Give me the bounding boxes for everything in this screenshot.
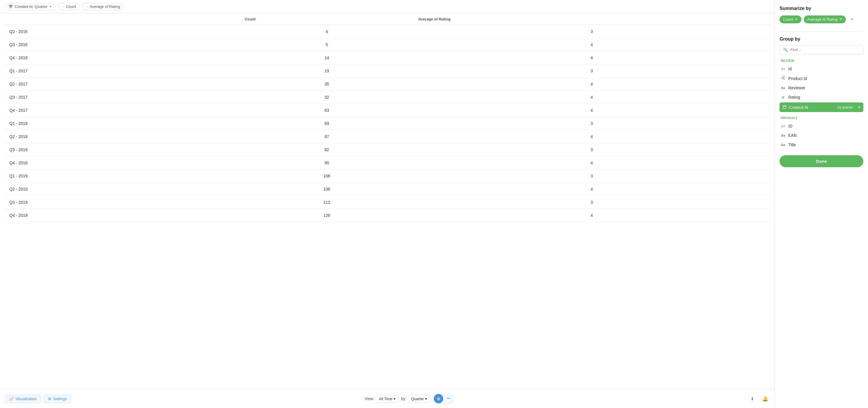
text-icon: Aa — [781, 86, 785, 90]
done-button[interactable]: Done — [779, 155, 863, 167]
table-row: Q2 - 2019 106 4 — [5, 183, 770, 196]
quarter-cell: Q3 - 2018 — [5, 143, 240, 156]
count-cell: 69 — [240, 117, 414, 130]
bottom-bar: 📈 Visualization ⚙ Settings View All Time… — [0, 389, 775, 408]
filter-avg-rating[interactable]: − Average of Rating — [82, 3, 124, 10]
settings-button[interactable]: ⚙ Settings — [43, 395, 71, 403]
avg-rating-pill[interactable]: Average of Rating ✕ — [804, 15, 846, 23]
group-item-ean[interactable]: Aa EAN — [779, 131, 863, 140]
group-item-pid-label: ID — [788, 124, 793, 128]
tab-icons: ⊞ 〜 — [433, 393, 454, 405]
group-item-product-id-label: Product Id — [788, 76, 807, 81]
table-row: Q3 - 2019 112 3 — [5, 196, 770, 209]
table-row: Q3 - 2017 32 4 — [5, 91, 770, 104]
quarter-cell: Q1 - 2017 — [5, 64, 240, 77]
table-icon: ⊞ — [437, 396, 440, 401]
group-item-created-at-active[interactable]: Created At by quarter ✕ — [779, 102, 863, 112]
group-search-input[interactable] — [790, 48, 860, 52]
search-icon: 🔍 — [783, 48, 788, 52]
dropdown-chevron2: ▾ — [425, 397, 427, 401]
dropdown-arrow: ▼ — [49, 5, 52, 8]
group-item-reviewer-label: Reviewer — [788, 86, 805, 90]
count-cell: 126 — [240, 209, 414, 222]
avg-rating-cell: 4 — [413, 77, 770, 91]
count-cell: 19 — [240, 64, 414, 77]
view-dropdown[interactable]: All Time ▾ — [376, 395, 399, 403]
visualization-label: Visualization — [16, 397, 37, 401]
avg-rating-cell: 3 — [413, 117, 770, 130]
view-option: All Time — [379, 397, 393, 401]
by-option: Quarter — [411, 397, 424, 401]
quarter-cell: Q3 - 2016 — [5, 38, 240, 51]
tag-icon-product: 🏷 — [781, 124, 785, 128]
chart-icon: 📈 — [9, 397, 14, 401]
count-cell: 5 — [240, 38, 414, 51]
col-count: Count — [240, 13, 414, 25]
product-category-label: PRODUCT — [779, 116, 863, 120]
by-dropdown[interactable]: Quarter ▾ — [408, 395, 430, 403]
dropdown-chevron: ▾ — [394, 397, 396, 401]
notification-button[interactable]: 🔔 — [761, 394, 770, 403]
line-chart-icon: 〜 — [446, 396, 451, 401]
table-row: Q2 - 2018 87 4 — [5, 130, 770, 143]
main-content: 📅 Created At: Quarter ▼ − Count − Averag… — [0, 0, 775, 408]
minus-icon2: − — [86, 5, 88, 9]
created-at-remove-btn[interactable]: ✕ — [858, 105, 860, 109]
visualization-button[interactable]: 📈 Visualization — [5, 395, 41, 403]
view-label: View — [365, 396, 373, 401]
group-item-product-id[interactable]: Product Id — [779, 73, 863, 83]
group-item-title[interactable]: Aa Title — [779, 140, 863, 150]
avg-rating-cell: 4 — [413, 130, 770, 143]
avg-rating-cell: 3 — [413, 169, 770, 183]
chart-view-btn[interactable]: 〜 — [444, 394, 453, 403]
group-item-id[interactable]: 🏷 Id — [779, 64, 863, 73]
data-table: Count Average of Rating Q2 - 2016 4 3 Q3… — [5, 13, 770, 222]
avg-rating-cell: 4 — [413, 38, 770, 51]
count-cell: 63 — [240, 104, 414, 117]
filter-count[interactable]: − Count — [58, 3, 80, 10]
count-pill-label: Count — [783, 17, 793, 22]
count-pill[interactable]: Count ✕ — [779, 15, 801, 23]
quarter-cell: Q1 - 2019 — [5, 169, 240, 183]
minus-icon: − — [62, 5, 64, 9]
col-avg-rating: Average of Rating — [413, 13, 770, 25]
share-icon — [781, 76, 785, 81]
quarter-cell: Q2 - 2019 — [5, 183, 240, 196]
col-quarter — [5, 13, 240, 25]
table-view-btn[interactable]: ⊞ — [434, 394, 443, 403]
quarter-cell: Q4 - 2016 — [5, 51, 240, 64]
svg-point-2 — [784, 79, 785, 80]
quarter-cell: Q3 - 2017 — [5, 91, 240, 104]
count-cell: 14 — [240, 51, 414, 64]
avg-rating-cell: 4 — [413, 91, 770, 104]
summarize-pills: Count ✕ Average of Rating ✕ + — [779, 15, 863, 23]
by-label: by — [401, 396, 406, 401]
filter3-label: Average of Rating — [90, 4, 120, 9]
table-area: Count Average of Rating Q2 - 2016 4 3 Q3… — [0, 13, 775, 389]
download-button[interactable]: ⬇ — [748, 394, 757, 403]
count-cell: 4 — [240, 25, 414, 38]
group-item-rating-label: Rating — [788, 95, 800, 99]
filter-created-at[interactable]: 📅 Created At: Quarter ▼ — [5, 3, 56, 10]
avg-rating-remove-btn[interactable]: ✕ — [839, 17, 842, 21]
calendar-active-icon — [782, 105, 786, 110]
group-item-reviewer[interactable]: Aa Reviewer — [779, 83, 863, 93]
svg-point-0 — [784, 76, 785, 77]
by-quarter-label: by quarter — [838, 105, 854, 109]
avg-rating-cell: 4 — [413, 209, 770, 222]
avg-rating-cell: 3 — [413, 64, 770, 77]
review-category-label: REVIEW — [779, 59, 863, 62]
table-row: Q1 - 2018 69 3 — [5, 117, 770, 130]
avg-rating-pill-label: Average of Rating — [807, 17, 838, 22]
quarter-cell: Q3 - 2019 — [5, 196, 240, 209]
group-item-rating[interactable]: # Rating — [779, 93, 863, 102]
avg-rating-cell: 3 — [413, 25, 770, 38]
quarter-cell: Q2 - 2016 — [5, 25, 240, 38]
quarter-cell: Q1 - 2018 — [5, 117, 240, 130]
count-remove-btn[interactable]: ✕ — [795, 17, 798, 21]
created-at-label: Created At — [789, 105, 808, 110]
group-item-product-id-cat[interactable]: 🏷 ID — [779, 121, 863, 131]
table-row: Q3 - 2016 5 4 — [5, 38, 770, 51]
svg-rect-5 — [783, 105, 786, 108]
add-metric-button[interactable]: + — [848, 15, 856, 23]
